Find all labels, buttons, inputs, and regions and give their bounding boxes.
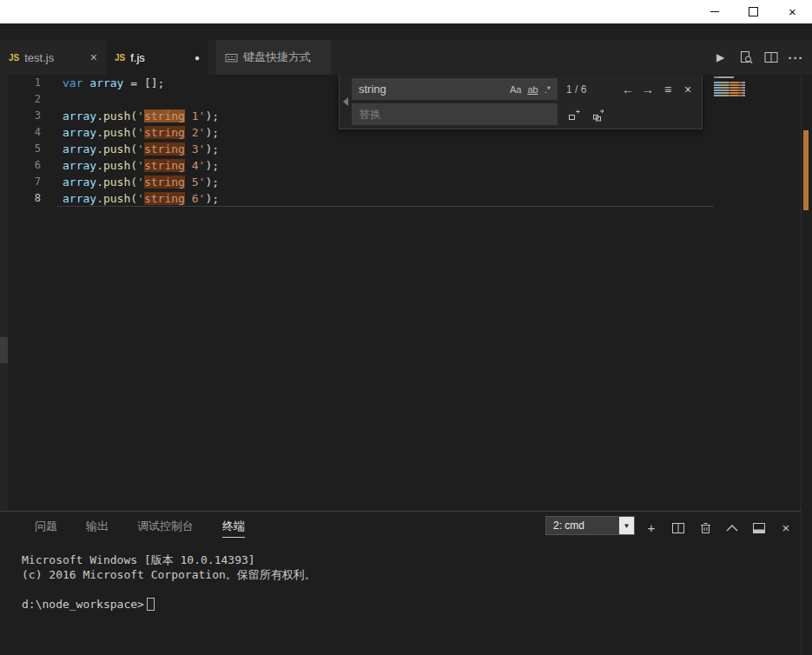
minimap-line bbox=[714, 79, 749, 81]
window-close-icon: × bbox=[789, 4, 796, 19]
find-input[interactable]: string Aa ab .* bbox=[352, 78, 558, 100]
keyboard-icon bbox=[225, 52, 238, 63]
more-actions-icon: ··· bbox=[789, 50, 804, 65]
panel-header: 问题输出调试控制台终端 2: cmd ▼ + bbox=[0, 512, 801, 544]
code-text: var array = []; bbox=[63, 75, 164, 91]
minimap-line bbox=[714, 89, 749, 91]
terminal-cursor bbox=[147, 598, 155, 611]
terminal-line: Microsoft Windows [版本 10.0.14393] bbox=[22, 552, 801, 567]
replace-placeholder: 替换 bbox=[359, 107, 551, 122]
bottom-panel: 问题输出调试控制台终端 2: cmd ▼ + bbox=[0, 511, 801, 655]
line-number[interactable]: 1 bbox=[8, 75, 41, 91]
line-number[interactable]: 6 bbox=[8, 157, 41, 174]
replace-button[interactable] bbox=[566, 106, 584, 123]
replace-input[interactable]: 替换 bbox=[352, 103, 558, 125]
code-editor[interactable]: 1var array = [];23array.push('string 1')… bbox=[8, 75, 801, 511]
panel-tab-terminal[interactable]: 终端 bbox=[222, 519, 245, 538]
close-panel-button[interactable]: × bbox=[778, 520, 794, 536]
split-editor-button[interactable] bbox=[758, 45, 783, 69]
panel-tab-debug-console[interactable]: 调试控制台 bbox=[137, 519, 194, 537]
previous-match-button[interactable]: ← bbox=[619, 81, 637, 98]
minimap-line bbox=[714, 84, 749, 86]
line-number[interactable]: 4 bbox=[8, 124, 41, 141]
maximize-button[interactable] bbox=[734, 0, 773, 23]
code-line[interactable]: 7array.push('string 5'); bbox=[8, 174, 801, 190]
tab-close-icon[interactable]: × bbox=[90, 50, 97, 64]
file-search-button[interactable] bbox=[733, 45, 758, 69]
dropdown-arrow-icon: ▼ bbox=[619, 517, 634, 534]
code-text: array.push('string 1'); bbox=[63, 108, 219, 124]
find-widget: string Aa ab .* 1 / 6 ← → ≡ × 替换 bbox=[339, 75, 703, 129]
sidebar-drag-handle[interactable] bbox=[0, 337, 8, 363]
kill-terminal-button[interactable] bbox=[697, 520, 713, 536]
tab-label: 键盘快捷方式 bbox=[243, 50, 311, 65]
next-match-button[interactable]: → bbox=[639, 81, 657, 98]
code-line[interactable]: 5array.push('string 3'); bbox=[8, 141, 801, 157]
terminal-line: (c) 2016 Microsoft Corporation。保留所有权利。 bbox=[22, 567, 801, 582]
tab-dirty-indicator[interactable]: ● bbox=[195, 53, 200, 63]
line-number[interactable]: 7 bbox=[8, 174, 41, 190]
whole-word-toggle[interactable]: ab bbox=[527, 84, 538, 95]
code-text: array.push('string 5'); bbox=[63, 174, 219, 190]
terminal-selector-value: 2: cmd bbox=[553, 519, 584, 532]
code-line[interactable]: 8array.push('string 6'); bbox=[8, 190, 801, 207]
terminal-selector[interactable]: 2: cmd ▼ bbox=[545, 516, 635, 535]
line-number[interactable]: 5 bbox=[8, 141, 41, 157]
code-text: array.push('string 6'); bbox=[63, 190, 219, 207]
run-icon: ▶ bbox=[716, 51, 724, 63]
terminal-output[interactable]: Microsoft Windows [版本 10.0.14393](c) 201… bbox=[0, 544, 801, 612]
window-close-button[interactable]: × bbox=[773, 0, 812, 23]
match-case-toggle[interactable]: Aa bbox=[510, 84, 521, 95]
minimap-line bbox=[714, 82, 749, 83]
editor-actions: ▶ ··· bbox=[708, 40, 809, 75]
title-bar: × bbox=[0, 0, 812, 23]
minimap-line bbox=[714, 92, 749, 94]
tab-test-js[interactable]: JS test.js × bbox=[0, 40, 106, 75]
code-text: array.push('string 3'); bbox=[63, 141, 219, 157]
terminal-line bbox=[22, 582, 801, 597]
maximize-icon bbox=[749, 7, 758, 17]
run-button[interactable]: ▶ bbox=[708, 45, 733, 69]
scrollbar-track[interactable] bbox=[801, 75, 802, 655]
terminal-line: d:\node_workspace> bbox=[22, 597, 801, 612]
find-in-selection-button[interactable]: ≡ bbox=[659, 81, 677, 98]
toggle-panel-position-button[interactable] bbox=[751, 520, 767, 536]
new-terminal-button[interactable]: + bbox=[644, 520, 659, 536]
code-line[interactable]: 6array.push('string 4'); bbox=[8, 157, 801, 174]
line-number[interactable]: 8 bbox=[8, 190, 41, 207]
code-text: array.push('string 2'); bbox=[63, 124, 219, 141]
tab-label: f.js bbox=[130, 51, 145, 64]
minimize-icon bbox=[710, 11, 719, 12]
minimap-line bbox=[714, 95, 749, 96]
overview-ruler-find-decoration bbox=[803, 130, 809, 210]
tab-label: test.js bbox=[24, 51, 54, 64]
left-sidebar-strip bbox=[0, 75, 8, 511]
tab-f-js[interactable]: JS f.js ● bbox=[106, 40, 208, 75]
find-query-text: string bbox=[359, 83, 510, 96]
panel-tab-output[interactable]: 输出 bbox=[86, 519, 109, 537]
minimap-line bbox=[714, 87, 749, 89]
regex-toggle[interactable]: .* bbox=[545, 84, 551, 95]
js-file-icon: JS bbox=[115, 53, 125, 63]
close-find-button[interactable]: × bbox=[679, 81, 696, 98]
line-number[interactable]: 2 bbox=[8, 91, 41, 108]
panel-actions: + bbox=[644, 512, 794, 544]
panel-tab-problems[interactable]: 问题 bbox=[35, 519, 57, 537]
split-editor-icon bbox=[764, 51, 778, 63]
toggle-replace-button[interactable] bbox=[340, 78, 352, 125]
minimap[interactable] bbox=[714, 76, 749, 97]
minimize-button[interactable] bbox=[695, 0, 734, 23]
minimap-line bbox=[714, 76, 749, 78]
editor-tab-bar: JS test.js × JS f.js ● 键盘快捷方式 bbox=[0, 40, 812, 75]
tab-keyboard-shortcuts[interactable]: 键盘快捷方式 bbox=[216, 40, 331, 75]
js-file-icon: JS bbox=[9, 53, 19, 63]
replace-all-button[interactable] bbox=[591, 106, 608, 123]
find-results-count: 1 / 6 bbox=[566, 83, 586, 96]
maximize-panel-button[interactable] bbox=[724, 520, 740, 536]
code-text: array.push('string 4'); bbox=[63, 157, 219, 174]
line-number[interactable]: 3 bbox=[8, 108, 41, 124]
split-terminal-button[interactable] bbox=[670, 520, 686, 536]
file-search-icon bbox=[739, 50, 753, 64]
more-actions-button[interactable]: ··· bbox=[783, 45, 809, 69]
